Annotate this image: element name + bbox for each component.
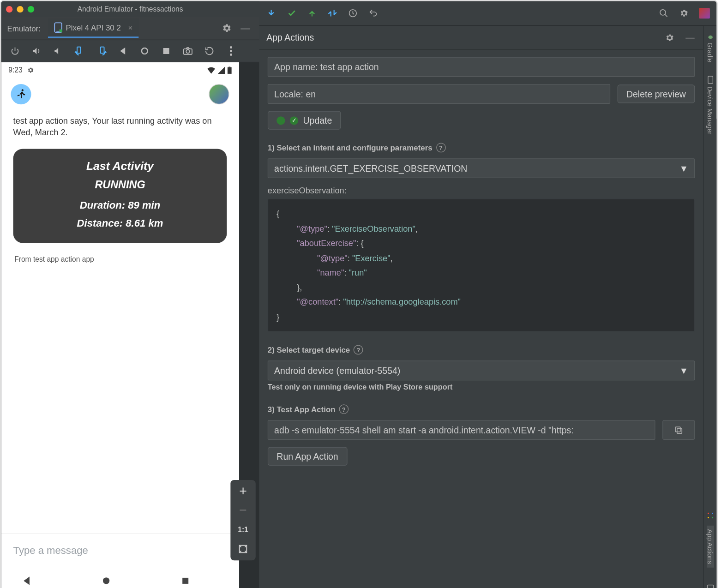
zoom-fit-button[interactable] bbox=[230, 541, 256, 557]
svg-point-19 bbox=[660, 10, 666, 15]
card-distance: Distance: 8.61 km bbox=[19, 218, 221, 230]
emulator-device-tab[interactable]: Pixel 4 API 30 2 × bbox=[48, 18, 139, 38]
siderail-device-icon[interactable] bbox=[707, 584, 714, 588]
assistant-dots-icon[interactable] bbox=[706, 511, 714, 519]
volume-down-icon[interactable] bbox=[53, 46, 63, 56]
adb-command-field[interactable] bbox=[268, 420, 655, 440]
emulator-pane: Android Emulator - fitnessactions Emulat… bbox=[1, 1, 259, 588]
assistant-header bbox=[1, 78, 239, 110]
vcs-push-icon[interactable] bbox=[306, 7, 318, 19]
phone-screen: 9:23 test app action says, Your bbox=[1, 62, 239, 588]
vcs-commit-icon[interactable] bbox=[286, 7, 298, 19]
siderail-app-actions[interactable]: App Actions bbox=[707, 526, 714, 568]
profile-avatar-icon[interactable] bbox=[698, 7, 710, 19]
search-icon[interactable] bbox=[658, 7, 670, 19]
undo-icon[interactable] bbox=[367, 7, 379, 19]
source-app-label: From test app action app bbox=[1, 249, 239, 269]
app-name-field[interactable] bbox=[268, 57, 695, 77]
window-max-dot[interactable] bbox=[28, 6, 34, 12]
intent-selected-value: actions.intent.GET_EXERCISE_OBSERVATION bbox=[274, 163, 467, 174]
rotate-right-icon[interactable] bbox=[96, 46, 107, 56]
zoom-controls: + − 1:1 bbox=[230, 480, 256, 560]
svg-point-15 bbox=[103, 577, 109, 584]
rotate-left-icon[interactable] bbox=[74, 46, 85, 56]
copy-button[interactable] bbox=[662, 420, 695, 440]
help-icon[interactable]: ? bbox=[354, 345, 363, 355]
more-icon[interactable] bbox=[226, 46, 236, 56]
zoom-reset-button[interactable]: 1:1 bbox=[230, 522, 256, 538]
json-editor[interactable]: { "@type": "ExerciseObservation", "about… bbox=[268, 198, 695, 332]
zoom-in-button[interactable]: + bbox=[230, 484, 256, 499]
power-icon[interactable] bbox=[10, 46, 20, 56]
card-activity: RUNNING bbox=[19, 179, 221, 191]
window-close-dot[interactable] bbox=[6, 6, 12, 12]
zoom-out-button[interactable]: − bbox=[230, 503, 256, 518]
svg-point-5 bbox=[142, 48, 148, 54]
svg-point-11 bbox=[230, 54, 232, 56]
phone-statusbar: 9:23 bbox=[1, 62, 239, 78]
svg-rect-16 bbox=[182, 578, 188, 584]
emulator-toolbar bbox=[1, 40, 259, 62]
svg-point-10 bbox=[230, 50, 232, 52]
panel-gear-icon[interactable] bbox=[664, 31, 676, 43]
device-icon bbox=[707, 76, 713, 84]
nav-overview-icon[interactable] bbox=[181, 576, 217, 585]
message-input[interactable]: Type a message bbox=[1, 534, 239, 568]
ide-settings-icon[interactable] bbox=[678, 7, 690, 19]
svg-rect-21 bbox=[707, 585, 713, 588]
vcs-incoming-icon[interactable] bbox=[265, 7, 277, 19]
record-icon[interactable] bbox=[204, 46, 215, 56]
section-2-label: 2) Select target device ? bbox=[268, 345, 695, 355]
runner-icon bbox=[15, 88, 27, 100]
panel-title: App Actions bbox=[266, 32, 314, 42]
minimize-icon[interactable]: — bbox=[238, 23, 253, 33]
svg-rect-2 bbox=[59, 30, 62, 33]
locale-field[interactable] bbox=[268, 84, 610, 104]
svg-rect-12 bbox=[228, 67, 232, 74]
emulator-titlebar: Android Emulator - fitnessactions bbox=[1, 1, 259, 17]
panel-minimize-icon[interactable]: — bbox=[684, 31, 696, 43]
history-icon[interactable] bbox=[347, 7, 359, 19]
siderail-gradle[interactable]: Gradle bbox=[707, 30, 714, 66]
svg-rect-20 bbox=[708, 76, 712, 84]
back-icon[interactable] bbox=[118, 48, 128, 55]
ide-pane: Gradle Device Manager App Actions App Ac… bbox=[259, 1, 717, 588]
app-icon[interactable] bbox=[11, 84, 31, 104]
wifi-icon bbox=[207, 66, 215, 74]
device-select[interactable]: Android device (emulator-5554) ▼ bbox=[268, 360, 695, 380]
nav-home-icon[interactable] bbox=[102, 576, 138, 585]
section-3-label: 3) Test App Action ? bbox=[268, 404, 695, 414]
close-icon[interactable]: × bbox=[128, 23, 132, 32]
gradle-icon bbox=[707, 33, 714, 41]
nav-back-icon[interactable] bbox=[23, 576, 59, 585]
user-avatar[interactable] bbox=[209, 84, 229, 104]
device-selected-value: Android device (emulator-5554) bbox=[274, 366, 400, 376]
check-circle-icon: ✓ bbox=[290, 116, 298, 125]
ide-side-rail: Gradle Device Manager App Actions bbox=[703, 26, 717, 588]
vcs-update-icon[interactable] bbox=[326, 7, 338, 19]
home-icon[interactable] bbox=[139, 48, 150, 55]
screenshot-icon[interactable] bbox=[182, 47, 193, 55]
siderail-device-manager[interactable]: Device Manager bbox=[707, 72, 714, 138]
volume-up-icon[interactable] bbox=[31, 46, 42, 56]
copy-icon bbox=[674, 425, 684, 435]
help-icon[interactable]: ? bbox=[339, 404, 348, 414]
emulator-tabbar: Emulator: Pixel 4 API 30 2 × — bbox=[1, 17, 259, 39]
gear-icon[interactable] bbox=[222, 24, 238, 33]
run-app-action-button[interactable]: Run App Action bbox=[268, 447, 347, 465]
android-navbar bbox=[1, 568, 239, 588]
activity-card[interactable]: Last Activity RUNNING Duration: 89 min D… bbox=[13, 149, 227, 243]
delete-preview-button[interactable]: Delete preview bbox=[617, 84, 695, 103]
help-icon[interactable]: ? bbox=[436, 143, 445, 152]
svg-point-9 bbox=[230, 46, 232, 48]
emulator-label: Emulator: bbox=[7, 24, 41, 33]
card-title: Last Activity bbox=[19, 160, 221, 173]
emulator-tab-label: Pixel 4 API 30 2 bbox=[66, 23, 121, 32]
window-min-dot[interactable] bbox=[17, 6, 23, 12]
svg-rect-6 bbox=[163, 48, 169, 54]
svg-rect-22 bbox=[677, 428, 682, 433]
update-button[interactable]: ✓ Update bbox=[268, 111, 341, 129]
overview-icon[interactable] bbox=[161, 48, 171, 55]
param-label: exerciseObservation: bbox=[268, 186, 695, 195]
intent-select[interactable]: actions.intent.GET_EXERCISE_OBSERVATION … bbox=[268, 158, 695, 178]
